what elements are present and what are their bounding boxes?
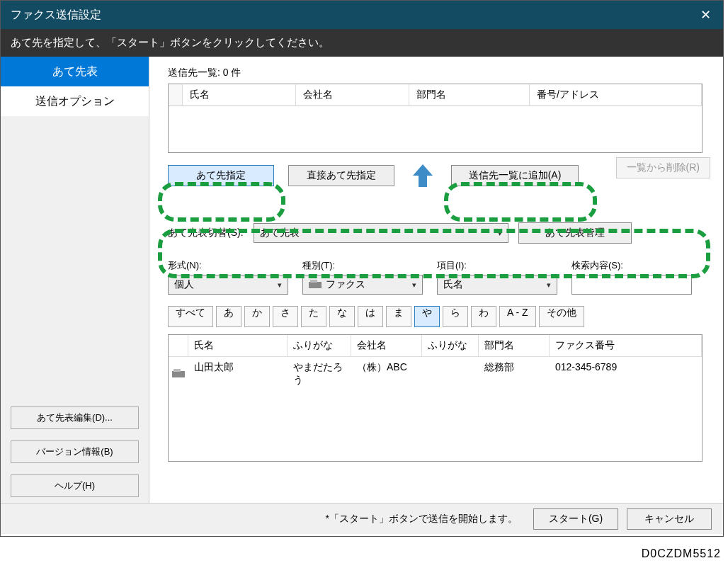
addressbook-select-value: あて先表 xyxy=(260,227,300,239)
remove-from-list-button: 一覧から削除(R) xyxy=(616,157,710,178)
kana-filter-すべて[interactable]: すべて xyxy=(168,306,213,327)
dialog-window: ファクス送信設定 ✕ あて先を指定して、「スタート」ボタンをクリックしてください… xyxy=(0,0,724,537)
rcol-company[interactable]: 会社名 xyxy=(351,335,422,357)
rcol-name[interactable]: 氏名 xyxy=(188,335,288,357)
col-dept[interactable]: 部門名 xyxy=(409,84,530,106)
destination-list-header: 氏名 会社名 部門名 番号/アドレス xyxy=(169,84,702,106)
filter-row: 形式(N): 個人▾ 種別(T): ファクス ▾ xyxy=(168,259,710,295)
chevron-down-icon: ▾ xyxy=(547,280,551,290)
footer-note: *「スタート」ボタンで送信を開始します。 xyxy=(326,513,518,525)
addressbook-select[interactable]: あて先表 ▾ xyxy=(254,223,508,243)
close-icon[interactable]: ✕ xyxy=(688,1,723,29)
titlebar: ファクス送信設定 ✕ xyxy=(1,1,723,29)
kana-filter: すべてあかさたなはまやらわA - Zその他 xyxy=(168,306,710,327)
field-select[interactable]: 氏名▾ xyxy=(437,275,557,295)
col-name[interactable]: 氏名 xyxy=(183,84,296,106)
chevron-down-icon: ▾ xyxy=(278,280,282,290)
destination-list-label: 送信先一覧: 0 件 xyxy=(168,67,710,79)
svg-rect-3 xyxy=(174,369,181,372)
chevron-down-icon: ▾ xyxy=(498,229,502,238)
sidebar: あて先表 送信オプション あて先表編集(D)... バージョン情報(B) ヘルプ… xyxy=(1,57,149,503)
svg-rect-0 xyxy=(309,282,322,288)
type-select[interactable]: ファクス ▾ xyxy=(302,275,423,295)
format-select[interactable]: 個人▾ xyxy=(168,275,288,295)
rcol-furigana1[interactable]: ふりがな xyxy=(288,335,351,357)
kana-filter-た[interactable]: た xyxy=(301,306,326,327)
rcol-furigana2[interactable]: ふりがな xyxy=(422,335,479,357)
type-label: 種別(T): xyxy=(302,259,423,272)
kana-filter-や[interactable]: や xyxy=(414,306,440,327)
kana-filter-は[interactable]: は xyxy=(358,306,383,327)
kana-filter-さ[interactable]: さ xyxy=(273,306,298,327)
cancel-button[interactable]: キャンセル xyxy=(627,508,712,530)
window-title: ファクス送信設定 xyxy=(11,8,101,23)
field-label: 項目(I): xyxy=(437,259,557,272)
result-header: 氏名 ふりがな 会社名 ふりがな 部門名 ファクス番号 xyxy=(169,335,702,357)
kana-filter-A - Z[interactable]: A - Z xyxy=(499,306,536,327)
svg-rect-2 xyxy=(172,371,185,377)
switch-label: あて先表切替(S): xyxy=(168,227,244,239)
kana-filter-ま[interactable]: ま xyxy=(386,306,411,327)
main-panel: 送信先一覧: 0 件 氏名 会社名 部門名 番号/アドレス あて先指定 直接あて… xyxy=(149,57,723,503)
chevron-down-icon: ▾ xyxy=(412,280,416,290)
direct-destination-button[interactable]: 直接あて先指定 xyxy=(288,165,394,186)
tab-destinations[interactable]: あて先表 xyxy=(1,57,149,86)
help-button[interactable]: ヘルプ(H) xyxy=(11,474,139,497)
button-row: あて先指定 直接あて先指定 送信先一覧に追加(A) 一覧から削除(R) xyxy=(168,161,710,190)
arrow-up-icon xyxy=(409,161,437,190)
kana-filter-わ[interactable]: わ xyxy=(471,306,496,327)
svg-rect-1 xyxy=(310,280,317,283)
format-label: 形式(N): xyxy=(168,259,288,272)
search-input[interactable] xyxy=(571,275,692,295)
version-info-button[interactable]: バージョン情報(B) xyxy=(11,440,139,463)
specify-destination-button[interactable]: あて先指定 xyxy=(168,165,274,186)
fax-icon xyxy=(309,280,322,290)
edit-addressbook-button[interactable]: あて先表編集(D)... xyxy=(11,406,139,429)
kana-filter-あ[interactable]: あ xyxy=(216,306,241,327)
row-fax-icon xyxy=(169,357,188,391)
kana-filter-な[interactable]: な xyxy=(329,306,355,327)
kana-filter-ら[interactable]: ら xyxy=(443,306,468,327)
instruction-text: あて先を指定して、「スタート」ボタンをクリックしてください。 xyxy=(1,29,723,57)
search-label: 検索内容(S): xyxy=(571,259,692,272)
manage-addressbook-button[interactable]: あて先表管理 xyxy=(518,222,632,244)
add-to-list-button[interactable]: 送信先一覧に追加(A) xyxy=(451,165,579,186)
start-button[interactable]: スタート(G) xyxy=(533,508,618,530)
tab-send-options[interactable]: 送信オプション xyxy=(1,86,149,116)
rcol-fax[interactable]: ファクス番号 xyxy=(550,335,702,357)
col-number[interactable]: 番号/アドレス xyxy=(530,84,702,106)
table-row[interactable]: 山田太郎 やまだたろう （株）ABC 総務部 012-345-6789 xyxy=(169,357,702,391)
kana-filter-か[interactable]: か xyxy=(244,306,270,327)
addressbook-switch-row: あて先表切替(S): あて先表 ▾ あて先表管理 xyxy=(168,222,710,244)
image-id: D0CZDM5512 xyxy=(642,547,721,560)
destination-list[interactable]: 氏名 会社名 部門名 番号/アドレス xyxy=(168,84,703,153)
kana-filter-その他[interactable]: その他 xyxy=(539,306,584,327)
dialog-body: あて先表 送信オプション あて先表編集(D)... バージョン情報(B) ヘルプ… xyxy=(1,57,723,503)
result-list[interactable]: 氏名 ふりがな 会社名 ふりがな 部門名 ファクス番号 山田太郎 やまだたろう … xyxy=(168,334,703,462)
col-company[interactable]: 会社名 xyxy=(296,84,409,106)
footer: *「スタート」ボタンで送信を開始します。 スタート(G) キャンセル xyxy=(1,503,723,534)
rcol-dept[interactable]: 部門名 xyxy=(479,335,550,357)
